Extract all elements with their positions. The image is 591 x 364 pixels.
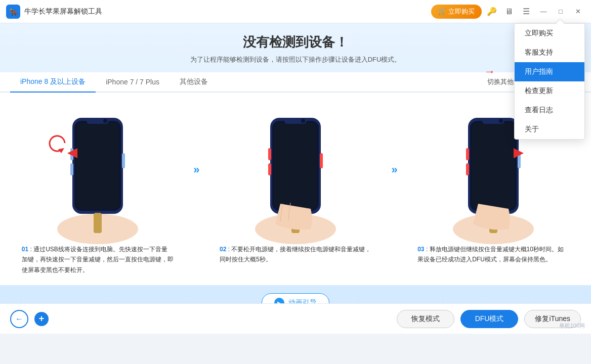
monitor-icon-btn[interactable]: 🖥 [502, 5, 516, 19]
svg-rect-7 [122, 153, 125, 168]
phone-illustration-2 [240, 103, 351, 244]
dropdown-about[interactable]: 关于 [515, 120, 584, 139]
phone-illustration-1 [42, 103, 153, 244]
dropdown-arrow [556, 20, 564, 24]
arrow-1-2: » [186, 103, 206, 176]
page-header: 没有检测到设备！ 为了让程序能够检测到设备，请按照以下操作步骤让设备进入DFU模… [0, 33, 591, 64]
dropdown-buy[interactable]: 立即购买 [515, 24, 584, 43]
svg-rect-27 [466, 148, 469, 160]
minimize-button[interactable]: — [536, 5, 551, 19]
monitor-icon: 🖥 [505, 7, 513, 16]
app-title: 牛学长苹果屏幕解锁工具 [24, 7, 102, 16]
close-button[interactable]: ✕ [571, 5, 585, 19]
title-bar: 🐂 牛学长苹果屏幕解锁工具 🛒 立即购买 🔑 🖥 ☰ — □ ✕ [0, 0, 591, 23]
svg-rect-18 [268, 163, 271, 175]
content-area: 01 : 通过USB线将设备连接到电脑。先快速按一下音量加键，再快速按一下音量减… [0, 93, 591, 285]
cart-icon: 🛒 [438, 8, 446, 15]
key-icon: 🔑 [487, 7, 497, 16]
svg-rect-28 [466, 163, 469, 175]
dfu-mode-button[interactable]: DFU模式 [460, 310, 519, 328]
svg-point-32 [499, 119, 503, 123]
svg-point-10 [103, 119, 107, 123]
step-3-desc: 03 : 释放电源键但继续按住音量减键大概10秒时间。如果设备已经成功进入DFU… [412, 244, 574, 265]
back-button[interactable]: ← [10, 310, 28, 328]
svg-rect-30 [472, 123, 515, 209]
restore-mode-button[interactable]: 恢复模式 [397, 310, 454, 328]
tab-other[interactable]: 其他设备 [170, 72, 218, 93]
bottom-bar: ← + 恢复模式 DFU模式 修复iTunes [0, 303, 591, 334]
svg-text:🐂: 🐂 [9, 8, 18, 17]
step-1-desc: 01 : 通过USB线将设备连接到电脑。先快速按一下音量加键，再快速按一下音量减… [17, 244, 179, 275]
red-arrow-icon: → [484, 65, 510, 78]
svg-rect-6 [70, 163, 73, 175]
dropdown-menu: 立即购买 客服支持 用户指南 → 检查更新 查看日志 关于 [514, 23, 585, 140]
step-1: 01 : 通过USB线将设备连接到电脑。先快速按一下音量加键，再快速按一下音量减… [12, 103, 184, 275]
svg-rect-17 [268, 148, 271, 160]
dropdown-support[interactable]: 客服支持 [515, 43, 584, 62]
watermark: 单机100网 [559, 322, 585, 330]
svg-rect-19 [320, 153, 323, 168]
title-bar-left: 🐂 牛学长苹果屏幕解锁工具 [6, 5, 102, 19]
hamburger-icon: ☰ [523, 7, 530, 16]
svg-rect-20 [274, 123, 317, 209]
maximize-button[interactable]: □ [554, 5, 568, 19]
dropdown-guide[interactable]: 用户指南 → [515, 62, 584, 81]
app-logo: 🐂 [6, 5, 20, 19]
dropdown-update[interactable]: 检查更新 [515, 81, 584, 101]
tab-iphone7[interactable]: iPhone 7 / 7 Plus [96, 73, 170, 92]
plus-button[interactable]: + [34, 312, 49, 326]
page-title: 没有检测到设备！ [0, 33, 591, 51]
arrow-2-3: » [385, 103, 405, 176]
key-icon-btn[interactable]: 🔑 [485, 5, 499, 19]
buy-button[interactable]: 🛒 立即购买 [431, 5, 482, 19]
svg-point-22 [301, 119, 305, 123]
title-bar-right: 🛒 立即购买 🔑 🖥 ☰ — □ ✕ [431, 5, 585, 19]
tab-iphone8[interactable]: iPhone 8 及以上设备 [10, 72, 96, 93]
bottom-right: 恢复模式 DFU模式 修复iTunes [397, 310, 581, 328]
dropdown-log[interactable]: 查看日志 [515, 101, 584, 120]
svg-rect-11 [94, 213, 102, 233]
page-subtitle: 为了让程序能够检测到设备，请按照以下操作步骤让设备进入DFU模式。 [0, 55, 591, 64]
step-2: 02 : 不要松开电源键，接着继续按住电源键和音量减键，同时按住大概5秒。 [209, 103, 382, 265]
step-2-desc: 02 : 不要松开电源键，接着继续按住电源键和音量减键，同时按住大概5秒。 [215, 244, 376, 265]
svg-rect-8 [76, 123, 119, 209]
menu-icon-btn[interactable]: ☰ [519, 5, 533, 19]
bottom-left: ← + [10, 310, 49, 328]
